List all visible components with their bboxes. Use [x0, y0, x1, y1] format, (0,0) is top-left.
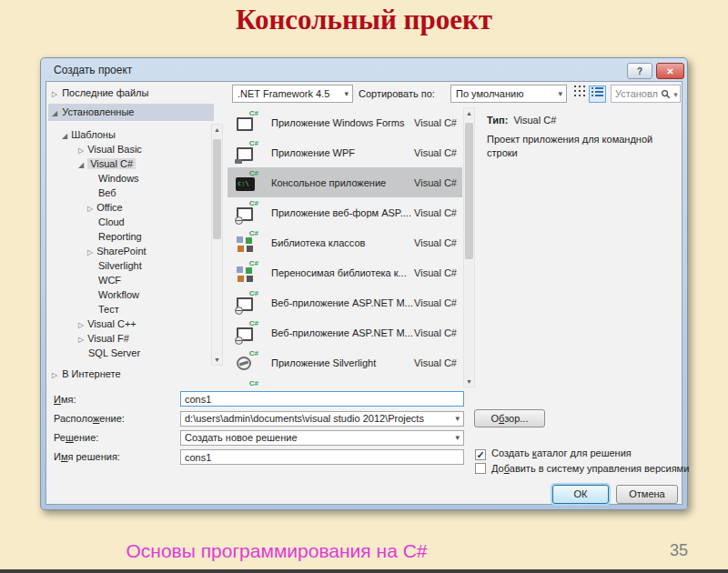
- silverlight-app-icon: [235, 351, 258, 375]
- type-label: Тип:: [487, 115, 508, 126]
- list-item-winforms[interactable]: Приложение Windows Forms Visual C#: [228, 107, 462, 137]
- aspnet-web-app-icon: [235, 321, 258, 345]
- tree-item-wcf[interactable]: WCF: [48, 273, 212, 287]
- tree-scrollbar[interactable]: ▲ ▼: [211, 124, 223, 366]
- tree-item-installed[interactable]: ◢Установленные: [48, 104, 214, 121]
- scroll-thumb[interactable]: [213, 139, 221, 239]
- list-view-button[interactable]: [589, 85, 606, 103]
- list-item-silverlight-app[interactable]: Приложение Silverlight Visual C#: [228, 347, 462, 377]
- template-name: Приложение Silverlight: [271, 357, 414, 368]
- cancel-button[interactable]: Отмена: [616, 485, 678, 504]
- tree-item-office[interactable]: ▷Office: [48, 200, 212, 215]
- tree-item-cloud[interactable]: Cloud: [48, 215, 212, 229]
- chevron-down-icon: ▾: [344, 85, 349, 102]
- portable-class-library-icon: [235, 261, 258, 285]
- help-icon: ?: [637, 66, 642, 76]
- chevron-down-icon: ▾: [455, 431, 460, 445]
- template-name: Консольное приложение: [271, 177, 414, 188]
- template-language: Visual C#: [414, 297, 457, 308]
- add-to-vcs-checkbox[interactable]: Добавить в систему управления версиями: [475, 463, 689, 474]
- tree-label: WCF: [98, 275, 121, 286]
- template-icon: [235, 381, 258, 388]
- tree-item-visual-fsharp[interactable]: ▷Visual F#: [48, 331, 212, 346]
- tree-label: Workflow: [98, 289, 139, 300]
- tree-item-workflow[interactable]: Workflow: [48, 287, 212, 302]
- aspnet-web-app-icon: [235, 291, 258, 315]
- framework-dropdown[interactable]: .NET Framework 4.5 ▾: [232, 85, 353, 103]
- tree-item-visual-basic[interactable]: ▷Visual Basic: [48, 142, 212, 156]
- scroll-up-icon[interactable]: ▲: [212, 126, 222, 133]
- chevron-expanded-icon: ◢: [78, 161, 84, 169]
- template-language: Visual C#: [414, 267, 457, 278]
- page-number: 35: [670, 541, 688, 560]
- template-name: Приложение Windows Forms: [271, 117, 414, 128]
- tree-label: Тест: [98, 304, 119, 315]
- chevron-expanded-icon: ◢: [62, 132, 67, 140]
- close-button[interactable]: ✕: [656, 63, 684, 79]
- tree-item-test[interactable]: Тест: [48, 302, 212, 317]
- location-dropdown[interactable]: d:\users\admin\documents\visual studio 2…: [180, 411, 464, 427]
- dialog-client-area: ▷Последние файлы .NET Framework 4.5 ▾ Со…: [46, 81, 682, 505]
- tree-item-recent-files[interactable]: ▷Последние файлы: [52, 87, 148, 98]
- scroll-thumb[interactable]: [465, 123, 473, 259]
- recent-files-label: Последние файлы: [62, 87, 148, 98]
- tree-item-visual-csharp[interactable]: ◢Visual C#: [48, 156, 212, 171]
- sort-dropdown[interactable]: По умолчанию ▾: [450, 85, 567, 103]
- scroll-up-icon[interactable]: ▲: [464, 110, 474, 116]
- tree-item-web[interactable]: Веб: [48, 186, 212, 200]
- list-item-aspnet-mvc-1[interactable]: Веб-приложение ASP.NET M... Visual C#: [228, 287, 462, 317]
- sort-by-label: Сортировать по:: [359, 88, 435, 99]
- location-label: Расположение:: [54, 413, 125, 424]
- checkbox-unchecked-icon: [475, 463, 486, 474]
- name-label: Имя:: [54, 394, 76, 405]
- tree-label: Windows: [98, 173, 139, 184]
- tree-item-silverlight[interactable]: Silverlight: [48, 258, 212, 273]
- template-language: Visual C#: [414, 237, 457, 248]
- solution-dropdown[interactable]: Создать новое решение ▾: [180, 430, 464, 446]
- tree-item-templates[interactable]: ◢Шаблоны: [48, 127, 212, 142]
- console-app-icon: [235, 171, 258, 195]
- tree-item-online[interactable]: ▷В Интернете: [52, 368, 121, 379]
- small-icons-view-button[interactable]: [571, 85, 588, 103]
- chevron-down-icon: ▾: [673, 90, 678, 99]
- tree-item-reporting[interactable]: Reporting: [48, 229, 212, 244]
- webforms-app-icon: [235, 201, 258, 225]
- tree-item-windows[interactable]: Windows: [48, 171, 212, 186]
- tree-label: Visual F#: [87, 333, 129, 344]
- tree-item-sql-server[interactable]: SQL Server: [48, 346, 212, 360]
- checkbox-checked-icon: ✓: [475, 449, 486, 460]
- template-name: Приложение веб-форм ASP....: [271, 207, 414, 218]
- chevron-right-icon: ▷: [78, 336, 84, 344]
- scroll-down-icon[interactable]: ▼: [464, 378, 474, 385]
- project-name-input[interactable]: [180, 391, 464, 407]
- list-item-classlib[interactable]: Библиотека классов Visual C#: [228, 227, 462, 257]
- tree-item-sharepoint[interactable]: ▷SharePoint: [48, 244, 212, 258]
- search-input[interactable]: Установл ▾: [611, 85, 681, 103]
- solution-name-input[interactable]: [180, 449, 464, 465]
- list-item-webforms[interactable]: Приложение веб-форм ASP.... Visual C#: [228, 197, 462, 227]
- tree-label: Шаблоны: [71, 129, 116, 140]
- template-list-scrollbar[interactable]: ▲ ▼: [463, 107, 475, 387]
- template-name: Библиотека классов: [271, 237, 414, 248]
- bottom-edge-strip: [0, 569, 728, 573]
- tree-label: Reporting: [98, 231, 142, 242]
- browse-button[interactable]: Обзор...: [474, 409, 545, 427]
- chevron-expanded-icon: ◢: [52, 109, 57, 117]
- list-item-portable-classlib[interactable]: Переносимая библиотека к... Visual C#: [228, 257, 462, 287]
- list-item-console[interactable]: Консольное приложение Visual C#: [228, 167, 462, 197]
- tree-item-visual-cpp[interactable]: ▷Visual C++: [48, 317, 212, 331]
- template-name: Приложение WPF: [271, 147, 414, 158]
- create-directory-checkbox[interactable]: ✓Создать каталог для решения: [475, 447, 632, 460]
- list-item-wpf[interactable]: Приложение WPF Visual C#: [228, 137, 462, 167]
- online-label: В Интернете: [62, 368, 120, 379]
- tree-label: Visual Basic: [87, 144, 142, 155]
- list-item-partial[interactable]: [228, 377, 462, 387]
- help-button[interactable]: ?: [627, 63, 652, 79]
- wpf-app-icon: [235, 141, 258, 165]
- chevron-right-icon: ▷: [87, 205, 93, 213]
- template-language: Visual C#: [414, 207, 457, 218]
- ok-button[interactable]: ОК: [552, 485, 609, 504]
- list-item-aspnet-mvc-2[interactable]: Веб-приложение ASP.NET M... Visual C#: [228, 317, 462, 347]
- chevron-right-icon: ▷: [52, 90, 57, 98]
- scroll-down-icon[interactable]: ▼: [212, 357, 222, 363]
